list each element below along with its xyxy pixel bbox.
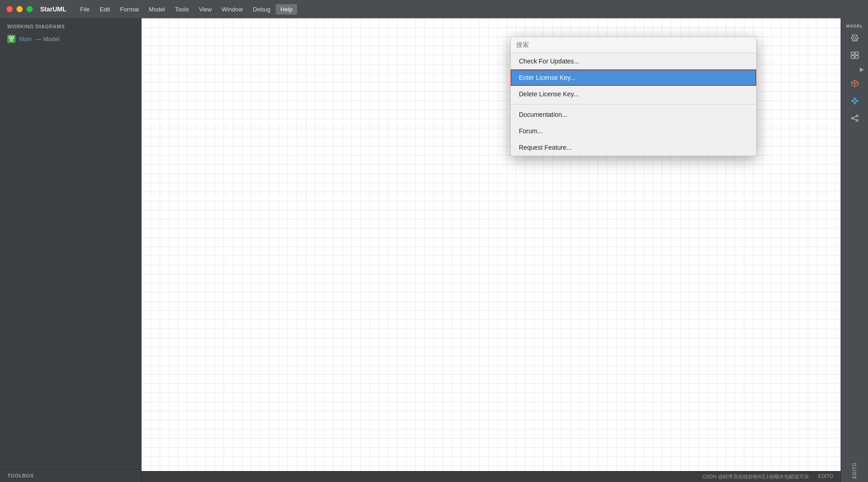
close-button[interactable] [6, 6, 13, 12]
main-layout: WORKING DIAGRAMS Main — Model TOOLBOX [0, 18, 868, 482]
dropdown-item-documentation[interactable]: Documentation... [511, 106, 756, 123]
move-icon-button[interactable] [846, 93, 864, 109]
share-icon-button[interactable] [846, 110, 864, 126]
working-diagrams-title: WORKING DIAGRAMS [0, 18, 141, 32]
app-name: StarUML [40, 5, 67, 13]
svg-point-8 [856, 115, 858, 117]
dropdown-search-input[interactable] [516, 41, 751, 48]
maximize-button[interactable] [26, 6, 33, 12]
dropdown-search-container[interactable] [511, 37, 756, 53]
diagram-icon [7, 35, 16, 43]
minimize-button[interactable] [16, 6, 23, 12]
dropdown-item-forum[interactable]: Forum... [511, 123, 756, 139]
help-dropdown-menu[interactable]: Check For Updates... Enter License Key..… [510, 37, 757, 156]
svg-rect-1 [12, 37, 14, 38]
cube-icon-button[interactable] [846, 76, 864, 91]
svg-line-11 [853, 116, 856, 118]
sidebar-bottom: TOOLBOX [0, 469, 141, 482]
dropdown-overlay: Check For Updates... Enter License Key..… [141, 37, 841, 482]
canvas-area[interactable]: Check For Updates... Enter License Key..… [141, 18, 841, 482]
svg-line-12 [853, 119, 856, 120]
svg-rect-2 [10, 39, 12, 41]
menu-model[interactable]: Model [144, 4, 169, 15]
expand-arrow-icon[interactable]: ▶ [857, 65, 866, 74]
edit-label: EDITO [852, 462, 857, 478]
status-bar-text: CSDN @程序员在线炒粉8元1份顺丰包邮送可乐 EDITO [702, 473, 833, 480]
menu-file[interactable]: File [76, 4, 94, 15]
svg-rect-0 [9, 37, 11, 38]
menu-view[interactable]: View [194, 4, 216, 15]
menu-help[interactable]: Help [276, 4, 297, 15]
svg-rect-3 [851, 52, 854, 55]
svg-rect-6 [855, 56, 858, 58]
dropdown-item-enter-license[interactable]: Enter License Key... [511, 69, 756, 86]
svg-point-9 [852, 117, 853, 119]
dropdown-item-delete-license[interactable]: Delete License Key... [511, 86, 756, 102]
menu-edit[interactable]: Edit [95, 4, 115, 15]
menu-tools[interactable]: Tools [171, 4, 193, 15]
dropdown-item-request-feature[interactable]: Request Feature... [511, 139, 756, 156]
menu-window[interactable]: Window [217, 4, 247, 15]
titlebar: StarUML File Edit Format Model Tools Vie… [0, 0, 868, 18]
gear-icon-button[interactable] [846, 30, 864, 46]
right-panel-bottom: EDITO [852, 462, 857, 482]
sidebar-item-main[interactable]: Main — Model [0, 32, 141, 46]
traffic-lights [0, 6, 33, 12]
grid-icon-button[interactable] [846, 47, 864, 63]
right-panel-label: MODEL [846, 24, 863, 28]
toolbox-label: TOOLBOX [7, 473, 134, 478]
sidebar-item-name: Main [19, 36, 32, 42]
left-sidebar: WORKING DIAGRAMS Main — Model TOOLBOX [0, 18, 141, 482]
right-panel: MODEL ▶ [841, 18, 868, 482]
svg-point-7 [853, 100, 856, 102]
status-bar-right: EDITO [818, 473, 833, 480]
status-bar-left: CSDN @程序员在线炒粉8元1份顺丰包邮送可乐 [702, 473, 809, 480]
menu-debug[interactable]: Debug [248, 4, 275, 15]
menu-format[interactable]: Format [115, 4, 143, 15]
svg-rect-5 [851, 56, 854, 58]
menu-bar: File Edit Format Model Tools View Window… [76, 4, 298, 15]
sidebar-item-suffix: — Model [36, 36, 59, 42]
svg-rect-4 [855, 52, 858, 55]
dropdown-item-check-updates[interactable]: Check For Updates... [511, 53, 756, 69]
svg-point-10 [856, 120, 858, 121]
dropdown-divider [511, 104, 756, 105]
status-bar: CSDN @程序员在线炒粉8元1份顺丰包邮送可乐 EDITO [141, 471, 841, 482]
